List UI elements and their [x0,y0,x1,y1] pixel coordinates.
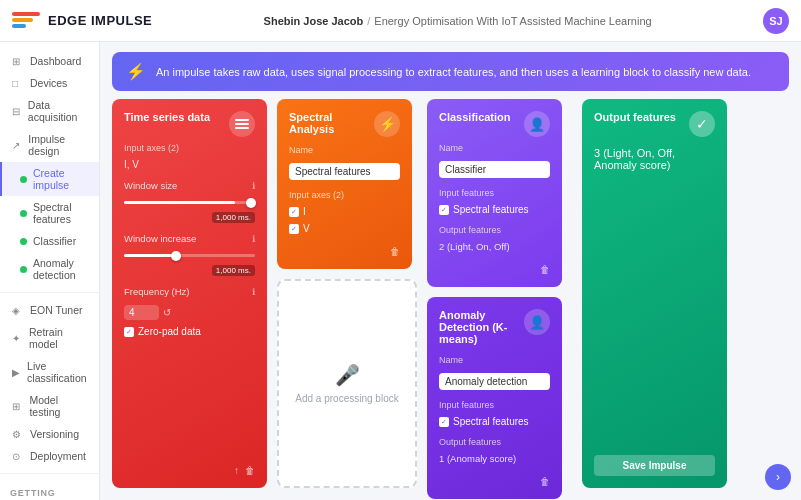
output-features-header: Output features ✓ [594,111,715,137]
anomaly-feature-checkbox[interactable]: ✓ [439,417,449,427]
window-size-value: 1,000 ms. [212,212,255,223]
dot-icon [20,210,27,217]
sidebar-item-label: Model testing [29,394,89,418]
zero-pad-checkbox[interactable]: ✓ [124,327,134,337]
classification-feature-label: Spectral features [453,204,529,215]
sidebar: ⊞ Dashboard □ Devices ⊟ Data acquisition… [0,42,100,500]
retrain-icon: ✦ [12,333,23,344]
anomaly-icon-circle: 👤 [524,309,550,335]
sidebar-item-label: Anomaly detection [33,257,89,281]
spectral-name-input[interactable] [289,163,400,180]
sidebar-item-data-acquisition[interactable]: ⊟ Data acquisition [0,94,99,128]
logo-text: EDGE IMPULSE [48,13,152,28]
data-icon: ⊟ [12,106,22,117]
window-increase-slider[interactable] [124,254,255,257]
breadcrumb-user: Shebin Jose Jacob [264,15,364,27]
dot-icon [20,238,27,245]
card-header: Time series data [124,111,255,137]
output-features-title: Output features [594,111,676,123]
classification-name-input[interactable] [439,161,550,178]
avatar[interactable]: SJ [763,8,789,34]
dot-icon [20,176,27,183]
frequency-label: Frequency (Hz) ℹ [124,286,255,297]
anomaly-output-value: 1 (Anomaly score) [439,453,550,464]
window-size-slider[interactable] [124,201,255,204]
sidebar-item-model-testing[interactable]: ⊞ Model testing [0,389,99,423]
sidebar-item-impulse-design[interactable]: ↗ Impulse design [0,128,99,162]
spectral-bottom-icons: 🗑 [289,240,400,257]
sidebar-item-label: Data acquisition [28,99,89,123]
add-processing-block[interactable]: 🎤 Add a processing block [277,279,417,488]
sidebar-item-deployment[interactable]: ⊙ Deployment [0,445,99,467]
add-block-label: Add a processing block [295,393,398,404]
sidebar-item-retrain-model[interactable]: ✦ Retrain model [0,321,99,355]
sidebar-item-spectral-features[interactable]: Spectral features [0,196,99,230]
window-increase-label: Window increase ℹ [124,233,255,244]
upload-icon[interactable]: ↑ [234,465,239,476]
sidebar-item-label: Classifier [33,235,76,247]
eon-icon: ◈ [12,305,24,316]
sidebar-item-label: Devices [30,77,67,89]
sidebar-item-label: Versioning [30,428,79,440]
window-size-label: Window size ℹ [124,180,255,191]
frequency-row: ↺ [124,305,255,320]
sidebar-item-devices[interactable]: □ Devices [0,72,99,94]
anomaly-header: Anomaly Detection (K-means) 👤 [439,309,550,349]
sidebar-item-dashboard[interactable]: ⊞ Dashboard [0,50,99,72]
axis-i-checkbox[interactable]: ✓ [289,207,299,217]
classification-icon-circle: 👤 [524,111,550,137]
classification-feature-row: ✓ Spectral features [439,204,550,215]
topbar: EDGE IMPULSE Shebin Jose Jacob / Energy … [0,0,801,42]
axis-v-checkbox[interactable]: ✓ [289,224,299,234]
dashboard-icon: ⊞ [12,56,24,67]
scroll-to-top-button[interactable]: › [765,464,791,490]
pipeline-grid: Time series data Input axes (2) I, V Win… [100,99,801,500]
delete-icon[interactable]: 🗑 [245,465,255,476]
anomaly-title: Anomaly Detection (K-means) [439,309,524,345]
mic-icon: 🎤 [335,363,360,387]
spectral-delete-icon[interactable]: 🗑 [390,246,400,257]
output-features-text: 3 (Light, On, Off, Anomaly score) [594,147,715,171]
classification-title: Classification [439,111,511,123]
dot-icon [20,266,27,273]
sidebar-item-label: Dashboard [30,55,81,67]
sidebar-item-eon-tuner[interactable]: ◈ EON Tuner [0,299,99,321]
sidebar-item-label: Impulse design [28,133,89,157]
info-banner-text: An impulse takes raw data, uses signal p… [156,66,751,78]
classification-bottom-icons: 🗑 [439,258,550,275]
hamburger-icon-circle[interactable] [229,111,255,137]
classification-output-label: Output features [439,225,550,235]
anomaly-name-input[interactable] [439,373,550,390]
sidebar-item-create-impulse[interactable]: Create impulse [0,162,99,196]
spectral-header: Spectral Analysis ⚡ [289,111,400,139]
spectral-axis-v-row: ✓ V [289,223,400,234]
logo-icon [12,12,40,30]
anomaly-input-label: Input features [439,400,550,410]
info-icon: ⚡ [126,62,146,81]
save-impulse-button[interactable]: Save Impulse [594,455,715,476]
sidebar-item-label: Spectral features [33,201,89,225]
breadcrumb-project: Energy Optimisation With IoT Assisted Ma… [374,15,651,27]
refresh-icon[interactable]: ↺ [163,307,171,318]
sidebar-item-label: Live classification [27,360,89,384]
spectral-icon-circle: ⚡ [374,111,400,137]
input-axes-label: Input axes (2) [124,143,255,153]
anomaly-feature-row: ✓ Spectral features [439,416,550,427]
window-increase-value: 1,000 ms. [212,265,255,276]
sidebar-item-versioning[interactable]: ⚙ Versioning [0,423,99,445]
spectral-title: Spectral Analysis [289,111,374,135]
sidebar-item-anomaly-detection[interactable]: Anomaly detection [0,252,99,286]
output-features-card: Output features ✓ 3 (Light, On, Off, Ano… [582,99,727,488]
time-series-title: Time series data [124,111,210,123]
anomaly-delete-icon[interactable]: 🗑 [540,476,550,487]
sidebar-item-label: Retrain model [29,326,89,350]
classification-delete-icon[interactable]: 🗑 [540,264,550,275]
sidebar-item-live-classification[interactable]: ▶ Live classification [0,355,99,389]
axis-i-label: I [303,206,306,217]
sidebar-item-label: Deployment [30,450,86,462]
breadcrumb-sep: / [367,15,370,27]
sidebar-item-classifier[interactable]: Classifier [0,230,99,252]
frequency-input[interactable] [124,305,159,320]
getting-started-label: GETTING STARTED [0,480,99,500]
classification-feature-checkbox[interactable]: ✓ [439,205,449,215]
